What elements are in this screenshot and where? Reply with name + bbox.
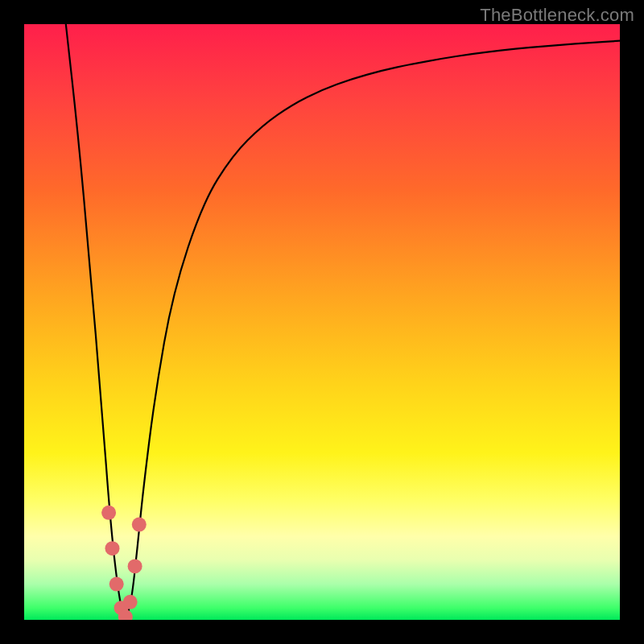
highlight-dot [109, 577, 124, 592]
curve-path [66, 24, 620, 615]
bottleneck-curve [24, 24, 620, 620]
plot-area [24, 24, 620, 620]
highlight-dot [132, 518, 147, 532]
highlight-dot [128, 559, 142, 573]
highlight-dot [105, 541, 120, 555]
chart-frame: TheBottleneck.com [0, 0, 644, 644]
highlight-dots [101, 506, 147, 620]
watermark-label: TheBottleneck.com [480, 5, 634, 26]
highlight-dot [123, 595, 138, 609]
highlight-dot [101, 506, 116, 520]
